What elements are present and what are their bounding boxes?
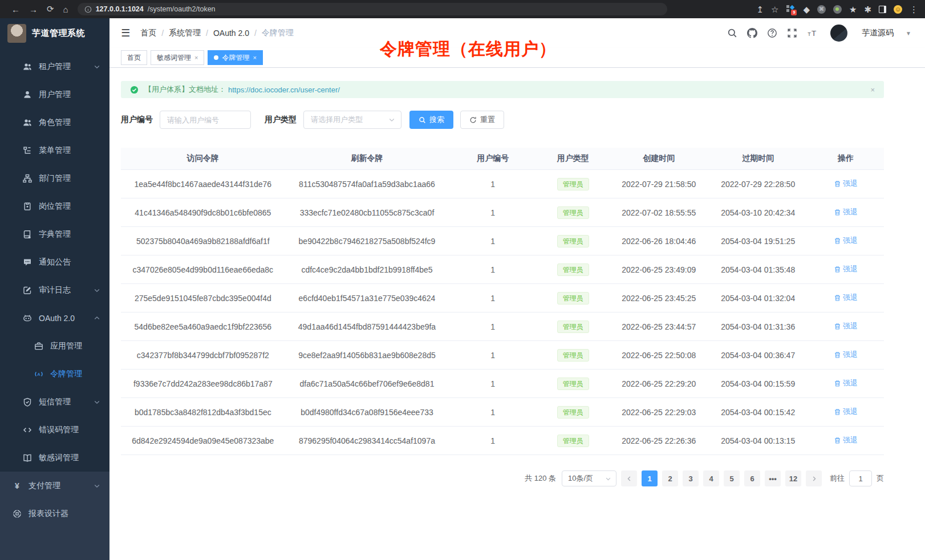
force-logout-button[interactable]: 强退 xyxy=(834,321,858,331)
sidebar-item[interactable]: 审计日志 xyxy=(0,276,109,304)
sidebar-item[interactable]: 应用管理 xyxy=(0,332,109,360)
force-logout-button[interactable]: 强退 xyxy=(834,236,858,246)
home-icon[interactable]: ⌂ xyxy=(63,5,68,14)
force-logout-button[interactable]: 强退 xyxy=(834,207,858,217)
page-tab[interactable]: 令牌管理 × xyxy=(208,50,262,65)
page-jump-input[interactable] xyxy=(849,470,872,486)
sidebar-item[interactable]: 字典管理 xyxy=(0,220,109,248)
page-number-button[interactable]: 1 xyxy=(642,470,658,486)
user-id-cell: 1 xyxy=(449,284,537,313)
address-bar[interactable]: 127.0.0.1:1024/system/oauth2/token xyxy=(78,3,667,15)
collapse-sidebar-icon[interactable]: ☰ xyxy=(121,27,130,39)
user-avatar[interactable] xyxy=(830,25,847,42)
breadcrumb-item[interactable]: 系统管理 xyxy=(169,28,213,38)
table-row: 6d842e2924594de9a09e45e087323abe 8796295… xyxy=(121,427,884,455)
trash-icon xyxy=(834,351,841,359)
chevup-icon xyxy=(94,315,100,322)
close-tab-icon[interactable]: × xyxy=(194,55,198,61)
prev-page-button[interactable] xyxy=(621,470,637,486)
breadcrumb-item[interactable]: 令牌管理 xyxy=(262,28,294,38)
page-tab[interactable]: 首页 xyxy=(121,50,147,65)
expire-time-cell: 2022-07-29 22:28:50 xyxy=(708,170,808,198)
doc-link[interactable]: https://doc.iocoder.cn/user-center/ xyxy=(228,86,340,94)
user-type-select[interactable]: 请选择用户类型 xyxy=(303,111,401,129)
breadcrumb-item[interactable]: 首页 xyxy=(140,28,169,38)
page-size-select[interactable]: 10条/页 xyxy=(562,470,616,486)
recorder-extension-icon[interactable] xyxy=(833,5,842,14)
sidebar-item[interactable]: 错误码管理 xyxy=(0,416,109,444)
sidepanel-extension-icon[interactable] xyxy=(879,6,886,13)
refresh-token-cell: b0df4980ffd34c67a08f9156e4eee733 xyxy=(285,398,449,427)
sidebar-item[interactable]: 租户管理 xyxy=(0,52,109,80)
search-icon[interactable] xyxy=(727,28,737,38)
alert-close-icon[interactable]: × xyxy=(870,86,875,94)
sidebar-item-label: 菜单管理 xyxy=(39,145,100,156)
page-number-button[interactable]: 12 xyxy=(785,470,801,486)
page-number-button[interactable]: 3 xyxy=(683,470,699,486)
sidebar-item[interactable]: 通知公告 xyxy=(0,248,109,276)
force-logout-button[interactable]: 强退 xyxy=(834,293,858,303)
user-name[interactable]: 芋道源码 xyxy=(862,28,894,38)
sidebar-item[interactable]: 用户管理 xyxy=(0,80,109,108)
user-icon xyxy=(23,90,32,99)
page-number-button[interactable]: 2 xyxy=(662,470,678,486)
sidebar-item[interactable]: 岗位管理 xyxy=(0,192,109,220)
reload-icon[interactable]: ⟳ xyxy=(47,4,54,14)
app-logo[interactable]: 芋道管理系统 xyxy=(0,18,109,48)
help-icon[interactable] xyxy=(767,28,777,38)
token-icon: A xyxy=(34,370,43,379)
sidebar-item[interactable]: 报表设计器 xyxy=(0,500,109,527)
access-token-cell: 1ea5e44f8bc1467aaede43144f31de76 xyxy=(121,170,285,198)
emoji-extension-icon[interactable]: ☺ xyxy=(894,5,902,14)
page-content: 【用户体系】文档地址： https://doc.iocoder.cn/user-… xyxy=(109,68,925,560)
force-logout-button[interactable]: 强退 xyxy=(834,350,858,360)
extension-grid-icon[interactable]: 9 xyxy=(786,5,796,14)
force-logout-button[interactable]: 强退 xyxy=(834,264,858,274)
page-number-button[interactable]: ••• xyxy=(765,470,781,486)
column-header: 创建时间 xyxy=(609,148,708,170)
sidebar-item[interactable]: 敏感词管理 xyxy=(0,444,109,472)
bookmark-star-icon[interactable]: ☆ xyxy=(771,5,778,14)
sidebar-item[interactable]: ¥ 支付管理 xyxy=(0,472,109,500)
site-info-icon[interactable] xyxy=(84,6,92,13)
reset-button[interactable]: 重置 xyxy=(460,111,504,129)
force-logout-button[interactable]: 强退 xyxy=(834,178,858,189)
user-type-cell: 管理员 xyxy=(537,170,609,198)
user-type-badge: 管理员 xyxy=(557,206,589,219)
user-id-cell: 1 xyxy=(449,198,537,227)
user-id-input[interactable] xyxy=(160,111,251,129)
force-logout-button[interactable]: 强退 xyxy=(834,378,858,388)
back-icon[interactable]: ← xyxy=(11,5,20,14)
search-button[interactable]: 搜索 xyxy=(409,111,453,129)
breadcrumb-item[interactable]: OAuth 2.0 xyxy=(213,29,262,38)
green-star-extension-icon[interactable]: ★ xyxy=(849,5,857,14)
force-logout-button[interactable]: 强退 xyxy=(834,435,858,445)
user-menu-caret-icon[interactable]: ▼ xyxy=(906,30,911,36)
sidebar-item[interactable]: 菜单管理 xyxy=(0,136,109,164)
chevron-down-icon xyxy=(388,116,395,123)
command-extension-icon[interactable]: ⌘ xyxy=(817,5,826,14)
github-icon[interactable] xyxy=(747,28,757,38)
sidebar-item[interactable]: 部门管理 xyxy=(0,164,109,192)
next-page-button[interactable] xyxy=(806,470,822,486)
page-number-button[interactable]: 4 xyxy=(703,470,719,486)
sidebar-item-label: 部门管理 xyxy=(39,173,100,184)
share-icon[interactable]: ↥ xyxy=(756,5,764,14)
sidebar-item[interactable]: 角色管理 xyxy=(0,108,109,136)
force-logout-button[interactable]: 强退 xyxy=(834,407,858,417)
browser-menu-icon[interactable]: ⋮ xyxy=(910,5,918,14)
font-size-icon[interactable]: TT xyxy=(807,28,817,38)
page-number-button[interactable]: 6 xyxy=(744,470,760,486)
close-tab-icon[interactable]: × xyxy=(253,55,256,61)
page-tab[interactable]: 敏感词管理 × xyxy=(151,50,204,65)
fullscreen-icon[interactable] xyxy=(787,28,797,38)
gem-extension-icon[interactable]: ◆ xyxy=(803,5,810,14)
sidebar-item[interactable]: 短信管理 xyxy=(0,388,109,416)
url-path: /system/oauth2/token xyxy=(148,5,216,13)
sidebar-item[interactable]: OAuth 2.0 xyxy=(0,304,109,332)
puzzle-extension-icon[interactable]: ✱ xyxy=(864,5,871,14)
sidebar-item[interactable]: A 令牌管理 xyxy=(0,360,109,388)
page-number-button[interactable]: 5 xyxy=(724,470,740,486)
sidebar-item-label: 支付管理 xyxy=(29,481,94,491)
forward-icon[interactable]: → xyxy=(29,5,38,14)
